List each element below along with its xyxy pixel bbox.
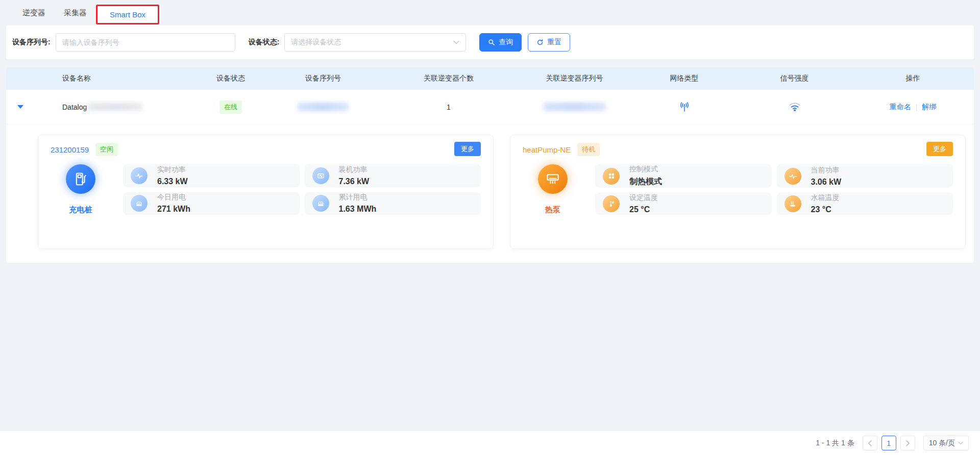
device-name-redacted	[88, 103, 142, 111]
refresh-icon	[536, 39, 544, 46]
stat-tile: 今日用电 271 kWh	[123, 192, 300, 215]
next-page-button[interactable]	[900, 436, 915, 450]
row-expand-caret-icon[interactable]	[17, 105, 23, 109]
status-select[interactable]: 请选择设备状态	[284, 33, 466, 52]
device-type-tabbar: 逆变器 采集器 Smart Box	[0, 0, 980, 26]
current-power-icon	[785, 168, 801, 185]
tab-collector[interactable]: 采集器	[55, 3, 96, 23]
serial-filter-label: 设备序列号:	[12, 38, 51, 47]
filter-panel: 设备序列号: 设备状态: 请选择设备状态 查询 重置	[6, 26, 974, 59]
status-filter-label: 设备状态:	[249, 38, 280, 47]
installed-power-icon	[312, 167, 329, 184]
col-device-name: 设备名称	[35, 74, 195, 83]
heat-pump-icon	[538, 164, 568, 194]
stat-tile: 当前功率 3.06 kW	[777, 164, 953, 188]
stat-tile: 装机功率 7.36 kW	[305, 164, 481, 187]
col-network-type: 网络类型	[631, 74, 737, 83]
ev-charger-icon	[66, 164, 95, 194]
col-device-status: 设备状态	[195, 74, 266, 83]
wifi-icon	[789, 102, 801, 112]
prev-page-button[interactable]	[863, 436, 877, 450]
chevron-down-icon	[958, 441, 963, 445]
subdevice-card-ev-charger: 231200159 空闲 更多 充电桩	[38, 135, 494, 249]
subdevice-card-heat-pump: heatPump-NE 待机 更多 热泵	[510, 135, 966, 249]
more-button[interactable]: 更多	[926, 142, 953, 156]
col-inverter-serial: 关联逆变器序列号	[518, 74, 631, 83]
chevron-down-icon	[453, 40, 459, 44]
realtime-power-icon	[131, 167, 148, 184]
col-device-serial: 设备序列号	[266, 74, 380, 83]
device-name: Datalog	[62, 103, 87, 111]
page-number-button[interactable]: 1	[881, 436, 896, 450]
inverter-serial-redacted	[544, 103, 606, 111]
page-size-select[interactable]: 10 条/页	[923, 436, 969, 450]
subdevice-type-label: 充电桩	[69, 205, 92, 215]
device-serial-redacted	[298, 103, 349, 111]
serial-input[interactable]	[56, 33, 235, 52]
total-energy-icon	[312, 195, 329, 212]
status-badge: 在线	[219, 100, 242, 114]
stat-tile: 累计用电 1.63 MWh	[305, 192, 481, 215]
tab-inverter[interactable]: 逆变器	[13, 3, 55, 23]
table-header-row: 设备名称 设备状态 设备序列号 关联逆变器个数 关联逆变器序列号 网络类型 信号…	[6, 67, 974, 90]
tank-temperature-icon	[785, 195, 801, 212]
set-temperature-icon	[603, 195, 620, 212]
subdevice-status-badge: 空闲	[95, 143, 118, 156]
control-mode-icon	[603, 168, 620, 185]
action-divider: |	[916, 103, 918, 111]
reset-button[interactable]: 重置	[528, 33, 570, 52]
device-table: 设备名称 设备状态 设备序列号 关联逆变器个数 关联逆变器序列号 网络类型 信号…	[6, 67, 974, 263]
col-signal-strength: 信号强度	[737, 74, 852, 83]
stat-tile: 设定温度 25 °C	[595, 193, 772, 215]
col-actions: 操作	[852, 74, 974, 83]
expanded-subdevices: 231200159 空闲 更多 充电桩	[6, 124, 974, 263]
search-icon	[488, 39, 495, 46]
search-button[interactable]: 查询	[479, 33, 522, 52]
stat-tile: 控制模式 制热模式	[595, 164, 772, 188]
pagination-bar: 1 - 1 共 1 条 1 10 条/页	[0, 431, 980, 455]
daily-energy-icon	[131, 195, 148, 212]
stat-tile: 水箱温度 23 °C	[777, 193, 953, 215]
tab-smart-box[interactable]: Smart Box	[96, 5, 159, 24]
pagination-total: 1 - 1 共 1 条	[816, 439, 854, 448]
stat-tile: 实时功率 6.33 kW	[123, 164, 300, 187]
col-inverter-count: 关联逆变器个数	[380, 74, 518, 83]
rename-link[interactable]: 重命名	[890, 103, 911, 112]
status-select-placeholder: 请选择设备状态	[291, 38, 341, 47]
subdevice-status-badge: 待机	[577, 143, 600, 156]
subdevice-serial-link[interactable]: 231200159	[51, 145, 89, 154]
unbind-link[interactable]: 解绑	[922, 103, 936, 112]
inverter-count: 1	[380, 103, 518, 111]
subdevice-type-label: 热泵	[545, 205, 560, 215]
antenna-icon	[679, 102, 690, 113]
table-row: Datalog 在线 1	[6, 90, 974, 124]
subdevice-name[interactable]: heatPump-NE	[523, 145, 571, 154]
more-button[interactable]: 更多	[454, 142, 481, 156]
